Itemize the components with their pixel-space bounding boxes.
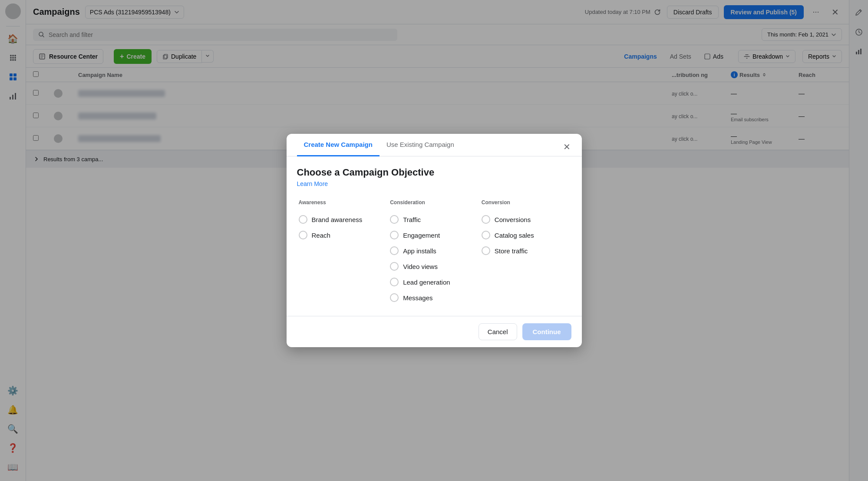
radio-app-installs[interactable] [390, 246, 399, 255]
objective-reach[interactable]: Reach [297, 227, 378, 243]
objective-messages[interactable]: Messages [388, 290, 469, 305]
modal-close-button[interactable]: ✕ [559, 139, 575, 155]
modal: Create New Campaign Use Existing Campaig… [287, 134, 582, 347]
awareness-column-header: Awareness [297, 199, 378, 206]
objective-label-app-installs: App installs [403, 247, 436, 255]
radio-engagement[interactable] [390, 231, 399, 239]
objectives-grid: Awareness Brand awareness Reach Consider… [297, 199, 571, 305]
modal-title: Choose a Campaign Objective [297, 167, 571, 178]
modal-body: Choose a Campaign Objective Learn More A… [287, 156, 582, 316]
radio-brand-awareness[interactable] [299, 215, 307, 224]
objective-video-views[interactable]: Video views [388, 259, 469, 274]
objective-engagement[interactable]: Engagement [388, 227, 469, 243]
modal-tabs: Create New Campaign Use Existing Campaig… [287, 134, 582, 156]
consideration-column: Consideration Traffic Engagement App ins… [388, 199, 480, 305]
objective-label-catalog-sales: Catalog sales [495, 232, 534, 239]
objective-label-conversions: Conversions [495, 216, 531, 223]
objective-catalog-sales[interactable]: Catalog sales [480, 227, 571, 243]
consideration-column-header: Consideration [388, 199, 469, 206]
objective-label-reach: Reach [312, 232, 330, 239]
objective-label-lead-generation: Lead generation [403, 279, 450, 286]
conversion-column: Conversion Conversions Catalog sales Sto… [480, 199, 571, 305]
objective-store-traffic[interactable]: Store traffic [480, 243, 571, 259]
conversion-column-header: Conversion [480, 199, 571, 206]
modal-overlay: Create New Campaign Use Existing Campaig… [0, 0, 868, 481]
objective-label-traffic: Traffic [403, 216, 421, 223]
objective-brand-awareness[interactable]: Brand awareness [297, 212, 378, 227]
continue-button[interactable]: Continue [522, 323, 571, 340]
objective-label-brand-awareness: Brand awareness [312, 216, 363, 223]
objective-app-installs[interactable]: App installs [388, 243, 469, 259]
radio-conversions[interactable] [482, 215, 490, 224]
objective-traffic[interactable]: Traffic [388, 212, 469, 227]
objective-conversions[interactable]: Conversions [480, 212, 571, 227]
radio-video-views[interactable] [390, 262, 399, 271]
radio-reach[interactable] [299, 231, 307, 239]
radio-messages[interactable] [390, 293, 399, 302]
objective-label-store-traffic: Store traffic [495, 247, 528, 255]
radio-traffic[interactable] [390, 215, 399, 224]
modal-tab-use-existing[interactable]: Use Existing Campaign [380, 134, 461, 156]
learn-more-link[interactable]: Learn More [297, 180, 328, 187]
modal-footer: Cancel Continue [287, 316, 582, 347]
objective-lead-generation[interactable]: Lead generation [388, 274, 469, 290]
objective-label-video-views: Video views [403, 263, 438, 270]
radio-store-traffic[interactable] [482, 246, 490, 255]
awareness-column: Awareness Brand awareness Reach [297, 199, 389, 305]
cancel-button[interactable]: Cancel [479, 323, 517, 340]
radio-lead-generation[interactable] [390, 278, 399, 286]
radio-catalog-sales[interactable] [482, 231, 490, 239]
objective-label-engagement: Engagement [403, 232, 440, 239]
objective-label-messages: Messages [403, 294, 432, 302]
modal-tab-create-new[interactable]: Create New Campaign [297, 134, 380, 156]
